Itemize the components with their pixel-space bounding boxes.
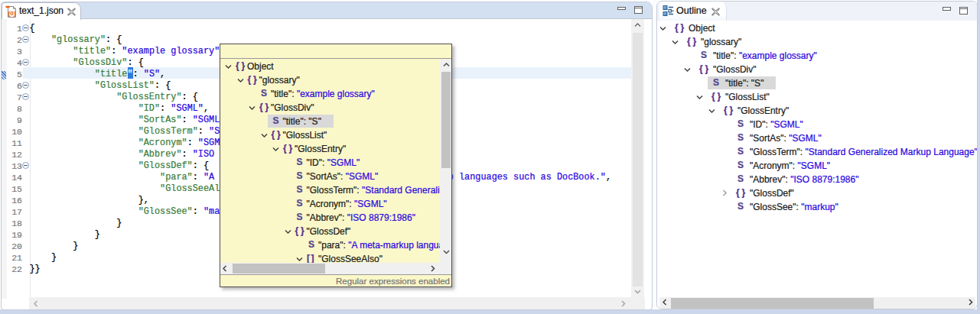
svg-text:{0}: {0}: [8, 10, 16, 17]
